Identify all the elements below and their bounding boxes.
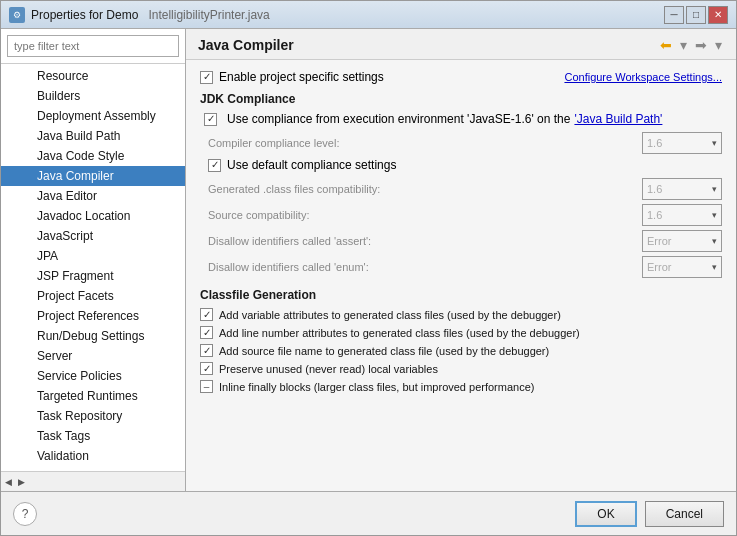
panel-body: Enable project specific settings Configu…	[186, 60, 736, 491]
configure-workspace-link[interactable]: Configure Workspace Settings...	[564, 71, 722, 83]
generated-class-arrow: ▾	[712, 184, 717, 194]
sidebar-item-deployment-assembly[interactable]: Deployment Assembly	[1, 106, 185, 126]
sidebar-item-task-repository[interactable]: Task Repository	[1, 406, 185, 426]
sidebar-item-service-policies[interactable]: Service Policies	[1, 366, 185, 386]
assert-label: Disallow identifiers called 'assert':	[208, 235, 642, 247]
ok-button[interactable]: OK	[575, 501, 636, 527]
nav-forward-arrow[interactable]: ➡	[693, 37, 709, 53]
sidebar-item-project-facets[interactable]: Project Facets	[1, 286, 185, 306]
classfile-item-4: Inline finally blocks (larger class file…	[200, 380, 722, 393]
classfile-checkbox-4[interactable]	[200, 380, 213, 393]
sidebar-item-javascript[interactable]: JavaScript	[1, 226, 185, 246]
use-default-compliance-row: Use default compliance settings	[200, 158, 722, 172]
classfile-checkbox-0[interactable]	[200, 308, 213, 321]
sidebar-item-java-code-style[interactable]: Java Code Style	[1, 146, 185, 166]
classfile-checkbox-1[interactable]	[200, 326, 213, 339]
sidebar-item-java-compiler[interactable]: Java Compiler	[1, 166, 185, 186]
use-default-compliance-checkbox[interactable]	[208, 159, 221, 172]
footer-buttons: OK Cancel	[575, 501, 724, 527]
sidebar-bottom: ◀ ▶	[1, 471, 185, 491]
properties-dialog: ⚙ Properties for Demo IntelligibilityPri…	[0, 0, 737, 536]
generated-class-label: Generated .class files compatibility:	[208, 183, 642, 195]
source-compat-value: 1.6	[647, 209, 662, 221]
assert-row: Disallow identifiers called 'assert': Er…	[200, 230, 722, 252]
panel-title: Java Compiler	[198, 37, 294, 53]
sidebar-item-builders[interactable]: Builders	[1, 86, 185, 106]
sidebar-item-jsp-fragment[interactable]: JSP Fragment	[1, 266, 185, 286]
classfile-label-1: Add line number attributes to generated …	[219, 327, 580, 339]
classfile-label-2: Add source file name to generated class …	[219, 345, 549, 357]
panel-header: Java Compiler ⬅ ▾ ➡ ▾	[186, 29, 736, 60]
enum-label: Disallow identifiers called 'enum':	[208, 261, 642, 273]
window-icon: ⚙	[9, 7, 25, 23]
sidebar-item-project-references[interactable]: Project References	[1, 306, 185, 326]
tab-label: IntelligibilityPrinter.java	[148, 8, 269, 22]
enum-select[interactable]: Error ▾	[642, 256, 722, 278]
minimize-button[interactable]: ─	[664, 6, 684, 24]
compiler-compliance-select[interactable]: 1.6 ▾	[642, 132, 722, 154]
nav-list: ResourceBuildersDeployment AssemblyJava …	[1, 64, 185, 471]
classfile-checkbox-3[interactable]	[200, 362, 213, 375]
scroll-arrows: ◀ ▶	[3, 477, 27, 487]
enum-value: Error	[647, 261, 671, 273]
sidebar-item-targeted-runtimes[interactable]: Targeted Runtimes	[1, 386, 185, 406]
help-button[interactable]: ?	[13, 502, 37, 526]
sidebar-item-server[interactable]: Server	[1, 346, 185, 366]
sidebar-item-java-editor[interactable]: Java Editor	[1, 186, 185, 206]
jdk-compliance-title: JDK Compliance	[200, 92, 722, 106]
source-compat-label: Source compatibility:	[208, 209, 642, 221]
right-panel: Java Compiler ⬅ ▾ ➡ ▾ Enable project spe…	[186, 29, 736, 491]
compiler-compliance-arrow: ▾	[712, 138, 717, 148]
classfile-item-3: Preserve unused (never read) local varia…	[200, 362, 722, 375]
classfile-label-0: Add variable attributes to generated cla…	[219, 309, 561, 321]
cancel-button[interactable]: Cancel	[645, 501, 724, 527]
assert-value: Error	[647, 235, 671, 247]
enable-project-settings-text: Enable project specific settings	[219, 70, 384, 84]
close-button[interactable]: ✕	[708, 6, 728, 24]
nav-forward-dropdown[interactable]: ▾	[713, 37, 724, 53]
generated-class-row: Generated .class files compatibility: 1.…	[200, 178, 722, 200]
assert-arrow: ▾	[712, 236, 717, 246]
sidebar-item-run-debug-settings[interactable]: Run/Debug Settings	[1, 326, 185, 346]
nav-dropdown-arrow[interactable]: ▾	[678, 37, 689, 53]
title-bar-buttons: ─ □ ✕	[664, 6, 728, 24]
generated-class-select[interactable]: 1.6 ▾	[642, 178, 722, 200]
sidebar-item-task-tags[interactable]: Task Tags	[1, 426, 185, 446]
maximize-button[interactable]: □	[686, 6, 706, 24]
sidebar-item-validation[interactable]: Validation	[1, 446, 185, 466]
scroll-right-arrow[interactable]: ▶	[16, 477, 27, 487]
source-compat-select[interactable]: 1.6 ▾	[642, 204, 722, 226]
filter-input[interactable]	[7, 35, 179, 57]
classfile-label-4: Inline finally blocks (larger class file…	[219, 381, 534, 393]
enable-project-settings-checkbox[interactable]	[200, 71, 213, 84]
assert-select[interactable]: Error ▾	[642, 230, 722, 252]
sidebar: ResourceBuildersDeployment AssemblyJava …	[1, 29, 186, 491]
classfile-generation-section: Add variable attributes to generated cla…	[200, 308, 722, 393]
enable-project-settings-label[interactable]: Enable project specific settings	[200, 70, 384, 84]
java-build-path-link[interactable]: 'Java Build Path'	[574, 112, 662, 126]
source-compat-row: Source compatibility: 1.6 ▾	[200, 204, 722, 226]
sidebar-item-javadoc-location[interactable]: Javadoc Location	[1, 206, 185, 226]
sidebar-item-resource[interactable]: Resource	[1, 66, 185, 86]
compiler-compliance-value: 1.6	[647, 137, 662, 149]
source-compat-arrow: ▾	[712, 210, 717, 220]
classfile-generation-title: Classfile Generation	[200, 288, 722, 302]
use-default-compliance-text: Use default compliance settings	[227, 158, 396, 172]
filter-box	[1, 29, 185, 64]
classfile-checkbox-2[interactable]	[200, 344, 213, 357]
enable-project-settings-row: Enable project specific settings Configu…	[200, 70, 722, 84]
scroll-left-arrow[interactable]: ◀	[3, 477, 14, 487]
nav-back-arrow[interactable]: ⬅	[658, 37, 674, 53]
sidebar-item-java-build-path[interactable]: Java Build Path	[1, 126, 185, 146]
use-default-compliance-label[interactable]: Use default compliance settings	[200, 158, 396, 172]
classfile-item-0: Add variable attributes to generated cla…	[200, 308, 722, 321]
main-content: ResourceBuildersDeployment AssemblyJava …	[1, 29, 736, 491]
classfile-item-2: Add source file name to generated class …	[200, 344, 722, 357]
classfile-item-1: Add line number attributes to generated …	[200, 326, 722, 339]
use-compliance-row: Use compliance from execution environmen…	[200, 112, 722, 126]
title-bar-left: ⚙ Properties for Demo IntelligibilityPri…	[9, 7, 270, 23]
sidebar-item-jpa[interactable]: JPA	[1, 246, 185, 266]
use-compliance-checkbox[interactable]	[204, 113, 217, 126]
generated-class-value: 1.6	[647, 183, 662, 195]
footer: ? OK Cancel	[1, 491, 736, 535]
